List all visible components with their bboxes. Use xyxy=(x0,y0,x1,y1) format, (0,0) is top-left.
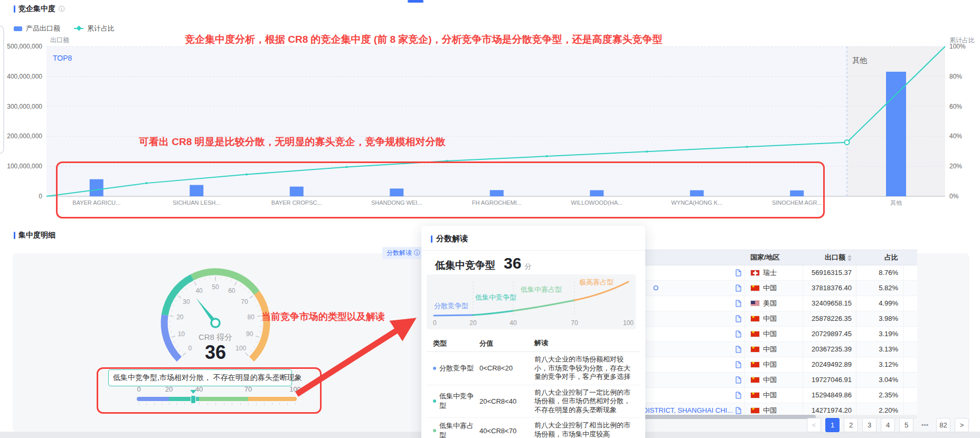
country-flag-icon xyxy=(750,270,760,276)
svg-text:36: 36 xyxy=(205,341,226,363)
country-flag-icon xyxy=(750,377,760,383)
share-cell: 2.35% xyxy=(856,388,904,403)
svg-text:0%: 0% xyxy=(949,193,959,200)
page-button-82[interactable]: 82 xyxy=(936,418,950,432)
svg-text:40: 40 xyxy=(195,287,203,294)
country-flag-icon xyxy=(750,316,760,322)
share-cell: 3.04% xyxy=(856,373,904,387)
company-detail-icon[interactable] xyxy=(736,300,741,309)
export-bar xyxy=(886,72,906,196)
country-cell: 中国 xyxy=(745,342,803,357)
country-flag-icon xyxy=(750,361,760,368)
score-explain-link[interactable]: 分数解读 ⓘ xyxy=(382,247,425,259)
score-table-row: 低集中竞争型20<CR8<40前八大企业控制了一定比例的市场份额，但市场仍然相对… xyxy=(427,385,640,418)
svg-text:80: 80 xyxy=(247,313,255,321)
country-flag-icon xyxy=(750,285,760,291)
page-button-1[interactable]: 1 xyxy=(825,418,840,432)
score-explain-label: 分数解读 xyxy=(387,249,412,258)
country-flag-icon xyxy=(750,346,760,353)
grade-score: 36 xyxy=(504,254,521,272)
page-button-3[interactable]: 3 xyxy=(862,418,877,432)
company-detail-icon[interactable] xyxy=(736,284,741,293)
svg-text:300,000,000: 300,000,000 xyxy=(7,103,42,110)
score-explain-popup: 分数解读 低集中竞争型 36 分 分散竞争型低集中竞争型低集中寡占型极高寡占型0… xyxy=(421,226,645,438)
country-cell: 瑞士 xyxy=(745,265,803,280)
pagination: <12345•••82> xyxy=(807,418,969,432)
svg-text:200,000,000: 200,000,000 xyxy=(7,132,42,140)
company-detail-icon[interactable] xyxy=(736,315,741,324)
info-icon[interactable]: ⓘ xyxy=(59,5,65,14)
export-cell: 19727046.91 xyxy=(803,373,856,387)
sort-icon xyxy=(847,255,852,261)
company-detail-icon[interactable] xyxy=(736,346,741,355)
export-cell: 20249492.89 xyxy=(803,357,856,372)
company-detail-icon[interactable] xyxy=(736,376,741,385)
svg-text:10: 10 xyxy=(178,330,185,338)
svg-text:分散竞争型: 分散竞争型 xyxy=(434,302,468,310)
share-cell: 3.13% xyxy=(856,342,904,357)
export-cell: 15294849.86 xyxy=(803,388,856,403)
annotation-mid: 可看出 CR8 明显是比较分散，无明显的寡头竞企，竞争规模相对分散 xyxy=(139,135,446,149)
company-detail-icon[interactable] xyxy=(736,330,741,339)
share-cell: 3.98% xyxy=(856,311,904,326)
section-concentration-detail: 集中度明细 xyxy=(14,231,55,240)
country-cell: 中国 xyxy=(745,327,803,341)
svg-text:低集中寡占型: 低集中寡占型 xyxy=(520,285,562,293)
annotation-top: 竞企集中度分析，根据 CR8 的竞企集中度 (前 8 家竞企)，分析竞争市场是分… xyxy=(185,33,663,46)
company-detail-icon[interactable] xyxy=(736,269,741,278)
grade-label: 低集中竞争型 xyxy=(435,259,495,272)
share-cell: 4.99% xyxy=(856,296,904,311)
svg-text:70: 70 xyxy=(571,319,578,327)
grade-dot-icon xyxy=(433,429,436,432)
svg-text:0: 0 xyxy=(433,319,437,327)
grade-unit: 分 xyxy=(524,262,531,271)
more-pages-icon: ••• xyxy=(918,418,932,432)
company-detail-icon[interactable] xyxy=(736,392,741,401)
page-button-5[interactable]: 5 xyxy=(899,418,913,432)
grade-dot-icon xyxy=(433,399,436,403)
svg-text:其他: 其他 xyxy=(890,199,902,206)
legend-item-export[interactable]: 产品出口额 xyxy=(14,24,60,33)
svg-text:TOP8: TOP8 xyxy=(53,54,72,62)
export-cell: 20729897.45 xyxy=(803,327,856,341)
section-title: 集中度明细 xyxy=(18,231,55,240)
score-table-header: 类型分值解读 xyxy=(427,336,640,352)
country-cell: 中国 xyxy=(745,373,803,387)
page-button-4[interactable]: 4 xyxy=(881,418,895,432)
country-flag-icon xyxy=(750,300,760,307)
info-icon: ⓘ xyxy=(414,249,420,258)
col-share-header: 占比 xyxy=(856,250,904,265)
svg-text:60: 60 xyxy=(228,287,235,294)
export-cell: 20367235.39 xyxy=(803,342,856,357)
prev-page-button[interactable]: < xyxy=(807,418,821,432)
share-cell: 3.19% xyxy=(856,327,904,341)
country-flag-icon xyxy=(750,392,760,398)
svg-text:CR8 得分: CR8 得分 xyxy=(199,332,232,341)
svg-text:50: 50 xyxy=(212,283,219,291)
svg-text:20: 20 xyxy=(469,319,477,327)
svg-text:极高寡占型: 极高寡占型 xyxy=(579,278,614,286)
svg-text:30: 30 xyxy=(183,298,190,306)
next-page-button[interactable]: > xyxy=(955,418,969,432)
col-export-header[interactable]: 出口额 xyxy=(803,250,856,265)
svg-text:出口额: 出口额 xyxy=(50,36,69,44)
section-accent-bar xyxy=(14,232,15,239)
export-cell: 56916315.37 xyxy=(803,265,856,280)
svg-text:90: 90 xyxy=(246,330,253,338)
section-accent-bar xyxy=(431,235,432,243)
legend-label: 产品出口额 xyxy=(26,24,60,33)
export-cell: 37818376.40 xyxy=(803,281,856,296)
score-curve-chart: 分散竞争型低集中竞争型低集中寡占型极高寡占型0204070100 xyxy=(427,274,636,329)
svg-text:40%: 40% xyxy=(949,132,962,140)
svg-text:70: 70 xyxy=(241,298,248,306)
legend-item-cumulative[interactable]: 累计占比 xyxy=(74,24,115,33)
company-detail-icon[interactable] xyxy=(736,361,741,370)
svg-text:80%: 80% xyxy=(949,73,962,80)
svg-text:400,000,000: 400,000,000 xyxy=(7,73,42,80)
legend-label: 累计占比 xyxy=(87,24,115,33)
company-link[interactable]: O xyxy=(653,281,658,296)
popup-grade: 低集中竞争型 36 分 xyxy=(435,254,531,272)
export-cell: 32409658.15 xyxy=(803,296,856,311)
popup-title: 分数解读 xyxy=(436,234,468,244)
page-button-2[interactable]: 2 xyxy=(844,418,858,432)
